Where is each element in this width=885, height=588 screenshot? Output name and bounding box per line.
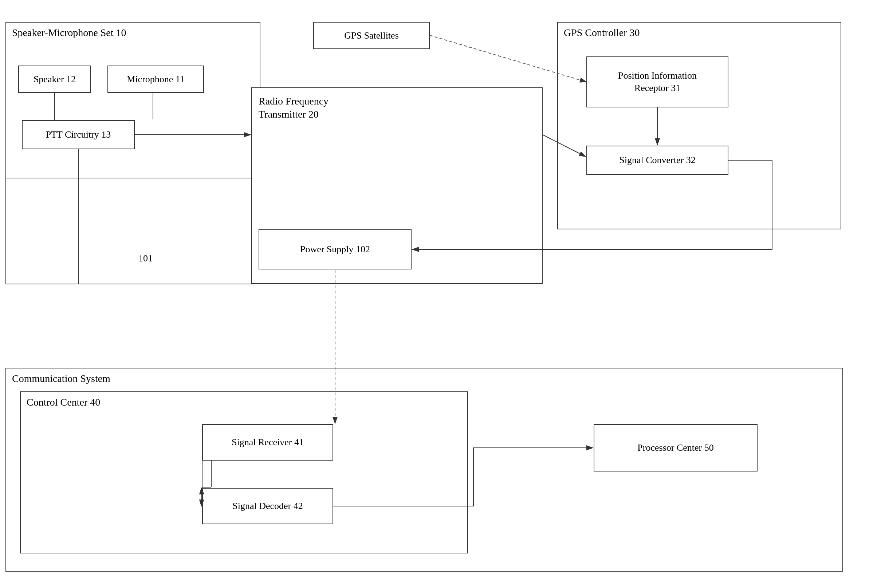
diagram: Speaker-Microphone Set 10 Speaker 12 Mic… bbox=[0, 0, 885, 588]
power-supply-box: Power Supply 102 bbox=[259, 230, 411, 269]
gps-controller-box: GPS Controller 30 bbox=[557, 22, 841, 230]
rf-transmitter-label-area: Radio Frequency Transmitter 20 bbox=[259, 94, 328, 121]
signal-receiver-box: Signal Receiver 41 bbox=[202, 424, 333, 460]
microphone-box: Microphone 11 bbox=[108, 66, 204, 93]
signal-decoder-label: Signal Decoder 42 bbox=[232, 500, 303, 512]
processor-center-box: Processor Center 50 bbox=[594, 424, 758, 471]
label-101: 101 bbox=[138, 253, 153, 264]
power-supply-label: Power Supply 102 bbox=[300, 243, 370, 256]
speaker-mic-set-box: Speaker-Microphone Set 10 bbox=[6, 22, 260, 178]
position-receptor-label: Position Information Receptor 31 bbox=[618, 69, 697, 94]
gps-satellites-box: GPS Satellites bbox=[313, 22, 430, 49]
position-receptor-box: Position Information Receptor 31 bbox=[586, 56, 728, 107]
gps-satellites-label: GPS Satellites bbox=[344, 30, 399, 42]
signal-receiver-label: Signal Receiver 41 bbox=[232, 436, 304, 448]
control-center-label: Control Center 40 bbox=[27, 396, 100, 408]
signal-converter-box: Signal Converter 32 bbox=[586, 146, 728, 175]
speaker-mic-set-label: Speaker-Microphone Set 10 bbox=[12, 27, 126, 38]
speaker-label: Speaker 12 bbox=[33, 73, 76, 86]
microphone-label: Microphone 11 bbox=[127, 73, 184, 86]
signal-decoder-box: Signal Decoder 42 bbox=[202, 488, 333, 524]
speaker-box: Speaker 12 bbox=[18, 66, 91, 93]
ptt-box: PTT Circuitry 13 bbox=[22, 120, 135, 149]
rf-transmitter-label: Radio Frequency Transmitter 20 bbox=[259, 95, 328, 120]
control-center-box: Control Center 40 bbox=[20, 392, 468, 554]
processor-center-label: Processor Center 50 bbox=[638, 442, 714, 454]
signal-converter-label: Signal Converter 32 bbox=[619, 154, 695, 166]
ptt-label: PTT Circuitry 13 bbox=[46, 129, 111, 141]
gps-controller-label: GPS Controller 30 bbox=[564, 27, 639, 38]
comm-system-label: Communication System bbox=[12, 373, 110, 384]
